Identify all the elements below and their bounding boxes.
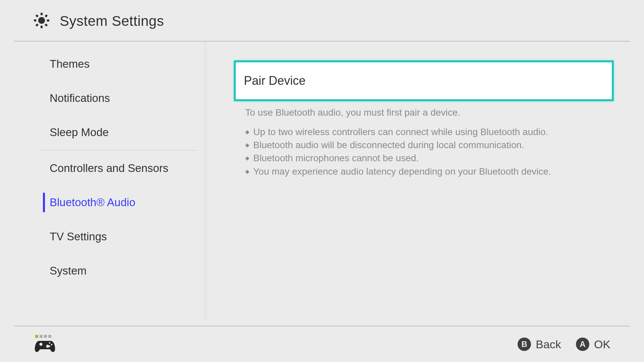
bluetooth-notes-list: Up to two wireless controllers can conne… [234, 125, 614, 178]
ok-button-label: OK [594, 338, 610, 351]
list-item: You may experience audio latency dependi… [245, 165, 614, 178]
page-title: System Settings [60, 13, 164, 29]
svg-point-3 [49, 342, 50, 343]
header: System Settings [0, 0, 644, 41]
sidebar-item-label: System [50, 264, 87, 277]
a-button-icon: A [576, 338, 589, 351]
svg-point-4 [51, 344, 52, 345]
b-button-icon: B [518, 338, 531, 351]
sidebar: Themes Notifications Sleep Mode Controll… [0, 42, 206, 320]
sidebar-item-notifications[interactable]: Notifications [40, 81, 206, 115]
svg-point-5 [49, 345, 50, 347]
list-item-text: Bluetooth microphones cannot be used. [253, 152, 419, 165]
list-item: Bluetooth microphones cannot be used. [245, 152, 614, 165]
sidebar-item-themes[interactable]: Themes [40, 47, 206, 81]
main-content: Themes Notifications Sleep Mode Controll… [0, 42, 644, 320]
list-item: Bluetooth audio will be disconnected dur… [245, 138, 614, 152]
svg-point-1 [40, 343, 43, 346]
sidebar-item-tv-settings[interactable]: TV Settings [40, 220, 206, 254]
sidebar-divider [40, 150, 197, 150]
sidebar-item-bluetooth-audio[interactable]: Bluetooth® Audio [40, 185, 206, 220]
list-item: Up to two wireless controllers can conne… [245, 125, 614, 138]
back-button-label: Back [536, 338, 561, 351]
list-item-text: Up to two wireless controllers can conne… [253, 125, 548, 138]
sidebar-item-label: Sleep Mode [50, 126, 109, 138]
sidebar-item-sleep-mode[interactable]: Sleep Mode [40, 115, 206, 149]
player-indicator-dots [35, 335, 56, 338]
pair-device-button[interactable]: Pair Device [234, 60, 614, 101]
sidebar-item-label: Bluetooth® Audio [50, 196, 136, 208]
back-button[interactable]: B Back [518, 338, 561, 351]
bluetooth-description: To use Bluetooth audio, you must first p… [234, 107, 614, 118]
sidebar-item-label: Notifications [50, 92, 110, 104]
footer: B Back A OK [14, 326, 630, 362]
svg-point-0 [39, 18, 44, 23]
sidebar-item-controllers-sensors[interactable]: Controllers and Sensors [40, 151, 206, 185]
list-item-text: You may experience audio latency dependi… [253, 165, 551, 178]
controller-status [34, 335, 56, 354]
pair-device-label: Pair Device [244, 74, 306, 87]
ok-button[interactable]: A OK [576, 338, 610, 351]
gear-icon [32, 11, 51, 32]
footer-actions: B Back A OK [518, 338, 610, 351]
sidebar-item-label: Controllers and Sensors [50, 162, 168, 174]
list-item-text: Bluetooth audio will be disconnected dur… [253, 138, 524, 152]
controller-icon [34, 340, 56, 354]
sidebar-item-label: TV Settings [50, 230, 107, 243]
sidebar-item-label: Themes [50, 58, 90, 70]
content-panel: Pair Device To use Bluetooth audio, you … [206, 42, 644, 320]
sidebar-item-system[interactable]: System [40, 254, 206, 288]
